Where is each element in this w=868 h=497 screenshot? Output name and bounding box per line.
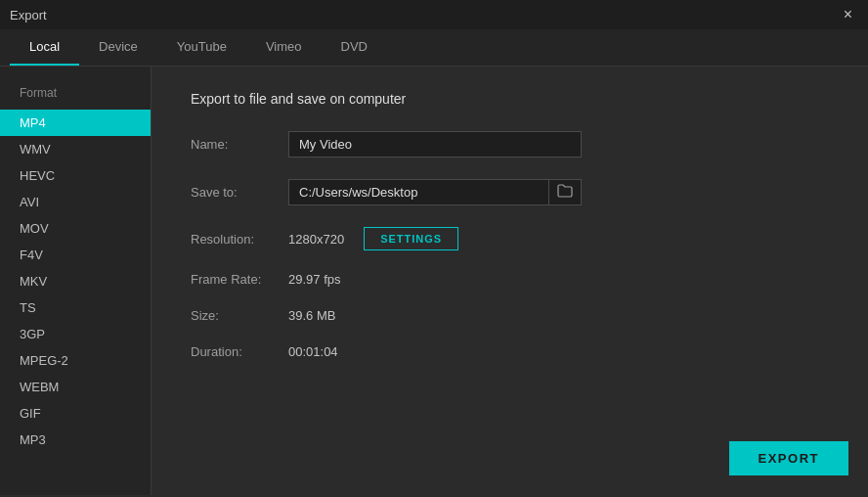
title-bar: Export × bbox=[0, 0, 868, 29]
format-item-mpeg2[interactable]: MPEG-2 bbox=[0, 347, 151, 374]
saveto-label: Save to: bbox=[191, 185, 288, 200]
format-item-mp3[interactable]: MP3 bbox=[0, 427, 151, 453]
folder-icon bbox=[557, 184, 573, 198]
duration-value: 00:01:04 bbox=[288, 344, 338, 359]
name-row: Name: bbox=[191, 131, 829, 158]
sidebar-title: Format bbox=[0, 81, 151, 110]
saveto-container bbox=[288, 179, 582, 205]
format-item-gif[interactable]: GIF bbox=[0, 400, 151, 427]
format-item-webm[interactable]: WEBM bbox=[0, 374, 151, 400]
settings-button[interactable]: SETTINGS bbox=[364, 227, 458, 250]
format-item-mkv[interactable]: MKV bbox=[0, 268, 151, 294]
resolution-row: Resolution: 1280x720 SETTINGS bbox=[191, 227, 829, 250]
close-button[interactable]: × bbox=[838, 4, 858, 25]
tab-vimeo[interactable]: Vimeo bbox=[246, 29, 322, 66]
format-item-ts[interactable]: TS bbox=[0, 294, 151, 321]
framerate-label: Frame Rate: bbox=[191, 272, 288, 287]
saveto-input[interactable] bbox=[289, 180, 548, 204]
size-value: 39.6 MB bbox=[288, 308, 335, 323]
tab-local[interactable]: Local bbox=[10, 29, 79, 66]
name-input[interactable] bbox=[288, 131, 582, 158]
format-item-mov[interactable]: MOV bbox=[0, 215, 151, 242]
format-item-hevc[interactable]: HEVC bbox=[0, 162, 151, 189]
folder-browse-button[interactable] bbox=[548, 180, 581, 204]
framerate-row: Frame Rate: 29.97 fps bbox=[191, 272, 829, 287]
framerate-value: 29.97 fps bbox=[288, 272, 341, 287]
name-label: Name: bbox=[191, 137, 288, 152]
section-title: Export to file and save on computer bbox=[191, 91, 829, 107]
duration-row: Duration: 00:01:04 bbox=[191, 344, 829, 359]
tab-device[interactable]: Device bbox=[79, 29, 157, 66]
size-row: Size: 39.6 MB bbox=[191, 308, 829, 323]
dialog-title: Export bbox=[10, 8, 47, 23]
export-button[interactable]: EXPORT bbox=[729, 441, 848, 475]
main-area: Format MP4 WMV HEVC AVI MOV F4V MKV TS 3… bbox=[0, 67, 868, 495]
format-sidebar: Format MP4 WMV HEVC AVI MOV F4V MKV TS 3… bbox=[0, 67, 152, 495]
tab-bar: Local Device YouTube Vimeo DVD bbox=[0, 29, 868, 67]
format-item-f4v[interactable]: F4V bbox=[0, 242, 151, 268]
duration-label: Duration: bbox=[191, 344, 288, 359]
size-label: Size: bbox=[191, 308, 288, 323]
format-item-mp4[interactable]: MP4 bbox=[0, 110, 151, 136]
format-item-wmv[interactable]: WMV bbox=[0, 136, 151, 162]
export-content: Export to file and save on computer Name… bbox=[152, 67, 868, 495]
tab-youtube[interactable]: YouTube bbox=[157, 29, 246, 66]
format-item-3gp[interactable]: 3GP bbox=[0, 321, 151, 347]
format-item-avi[interactable]: AVI bbox=[0, 189, 151, 215]
saveto-row: Save to: bbox=[191, 179, 829, 205]
resolution-label: Resolution: bbox=[191, 232, 288, 247]
resolution-value-container: 1280x720 SETTINGS bbox=[288, 227, 458, 250]
tab-dvd[interactable]: DVD bbox=[322, 29, 387, 66]
resolution-value: 1280x720 bbox=[288, 232, 344, 247]
